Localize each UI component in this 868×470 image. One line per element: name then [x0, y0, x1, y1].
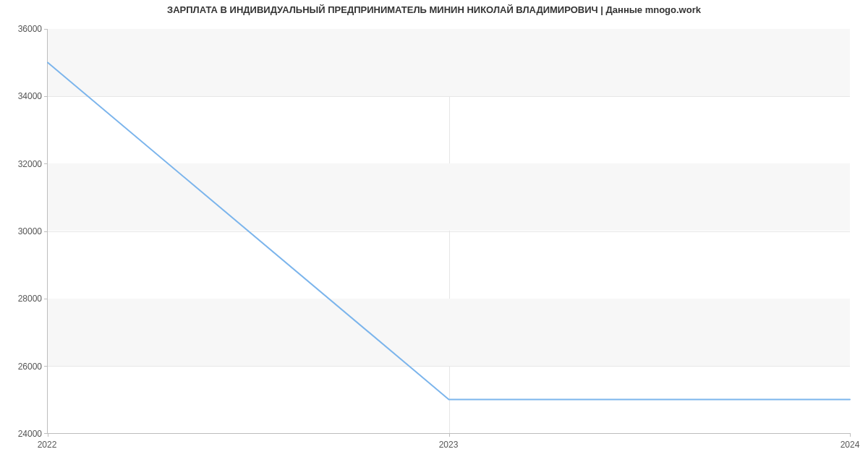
line-layer — [48, 29, 850, 433]
chart-container: ЗАРПЛАТА В ИНДИВИДУАЛЬНЫЙ ПРЕДПРИНИМАТЕЛ… — [0, 0, 868, 470]
y-tick-label: 36000 — [6, 24, 42, 34]
plot-area[interactable] — [47, 29, 850, 434]
x-tick-mark — [850, 433, 851, 437]
x-tick-mark — [449, 433, 450, 437]
x-tick-label: 2023 — [439, 440, 459, 450]
x-tick-label: 2022 — [38, 440, 57, 450]
x-tick-mark — [48, 433, 48, 437]
y-tick-label: 28000 — [6, 294, 42, 304]
y-tick-label: 24000 — [6, 429, 42, 439]
series-line — [48, 63, 850, 400]
x-tick-label: 2024 — [841, 440, 860, 450]
chart-title: ЗАРПЛАТА В ИНДИВИДУАЛЬНЫЙ ПРЕДПРИНИМАТЕЛ… — [0, 4, 868, 15]
y-tick-label: 32000 — [6, 159, 42, 169]
y-tick-label: 26000 — [6, 362, 42, 372]
y-tick-label: 30000 — [6, 226, 42, 236]
y-tick-label: 34000 — [6, 91, 42, 101]
